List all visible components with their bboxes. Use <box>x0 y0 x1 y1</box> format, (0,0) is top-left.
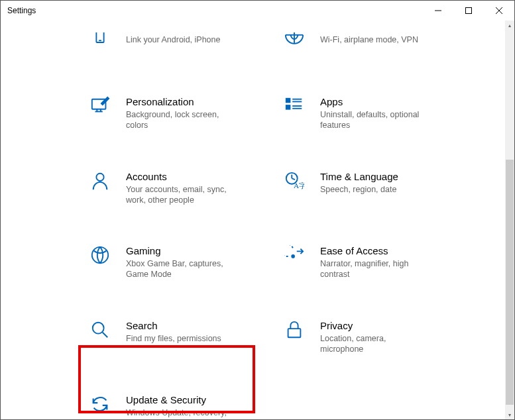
category-title: Gaming <box>126 245 235 256</box>
category-desc: Your accounts, email, sync, work, other … <box>126 184 235 206</box>
svg-line-26 <box>103 332 108 337</box>
category-personalization[interactable]: Personalization Background, lock screen,… <box>90 96 276 131</box>
category-desc: Windows Update, recovery, backup <box>126 407 235 419</box>
category-update-security[interactable]: Update & Security Windows Update, recove… <box>90 394 276 419</box>
svg-rect-12 <box>286 99 290 103</box>
apps-icon <box>284 96 308 120</box>
category-ease-of-access[interactable]: Ease of Access Narrator, magnifier, high… <box>284 245 470 280</box>
category-desc: Background, lock screen, colors <box>126 109 235 131</box>
maximize-button[interactable] <box>453 1 484 20</box>
category-privacy[interactable]: Privacy Location, camera, microphone <box>284 320 470 355</box>
category-apps[interactable]: Apps Uninstall, defaults, optional featu… <box>284 96 470 131</box>
category-title: Update & Security <box>126 394 235 405</box>
window-controls <box>423 1 514 20</box>
svg-line-21 <box>292 178 295 180</box>
svg-rect-1 <box>466 7 472 13</box>
category-desc: Uninstall, defaults, optional features <box>320 109 429 131</box>
update-icon <box>90 394 114 418</box>
category-title: Time & Language <box>320 171 398 182</box>
svg-text:A字: A字 <box>294 182 304 189</box>
minimize-icon <box>435 7 441 14</box>
category-desc: Link your Android, iPhone <box>126 34 220 45</box>
personalization-icon <box>90 96 114 120</box>
svg-point-25 <box>93 322 104 333</box>
category-network[interactable]: Wi-Fi, airplane mode, VPN <box>284 32 470 56</box>
svg-point-24 <box>292 255 294 258</box>
category-title: Accounts <box>126 171 235 182</box>
content-area: Link your Android, iPhone Wi-Fi, airplan… <box>1 21 505 419</box>
minimize-button[interactable] <box>423 1 453 20</box>
category-search[interactable]: Search Find my files, permissions <box>90 320 276 355</box>
close-button[interactable] <box>484 1 514 20</box>
category-accounts[interactable]: Accounts Your accounts, email, sync, wor… <box>90 171 276 206</box>
svg-rect-27 <box>288 329 301 337</box>
svg-point-18 <box>96 173 103 180</box>
search-icon <box>90 320 114 344</box>
category-desc: Find my files, permissions <box>126 333 221 344</box>
globe-icon <box>284 32 308 56</box>
gaming-icon <box>90 245 114 269</box>
svg-point-23 <box>92 247 108 263</box>
category-title: Privacy <box>320 320 429 331</box>
phone-icon <box>90 32 114 56</box>
maximize-icon <box>465 7 472 14</box>
titlebar: Settings <box>1 1 514 21</box>
accounts-icon <box>90 171 114 195</box>
category-desc: Narrator, magnifier, high contrast <box>320 258 429 280</box>
category-title: Personalization <box>126 96 235 107</box>
category-time-language[interactable]: A字 Time & Language Speech, region, date <box>284 171 470 206</box>
privacy-icon <box>284 320 308 344</box>
category-desc: Xbox Game Bar, captures, Game Mode <box>126 258 235 280</box>
category-title: Apps <box>320 96 429 107</box>
scrollbar-thumb[interactable] <box>506 160 514 405</box>
category-desc: Wi-Fi, airplane mode, VPN <box>320 34 418 45</box>
close-icon <box>496 7 502 14</box>
svg-rect-15 <box>286 105 290 109</box>
category-desc: Location, camera, microphone <box>320 333 429 355</box>
scrollbar[interactable]: ▴ ▾ <box>505 21 514 419</box>
category-desc: Speech, region, date <box>320 184 398 195</box>
category-title: Search <box>126 320 221 331</box>
ease-of-access-icon <box>284 245 308 269</box>
category-gaming[interactable]: Gaming Xbox Game Bar, captures, Game Mod… <box>90 245 276 280</box>
category-phone[interactable]: Link your Android, iPhone <box>90 32 276 56</box>
time-language-icon: A字 <box>284 171 308 195</box>
category-title: Ease of Access <box>320 245 429 256</box>
scroll-up-arrow[interactable]: ▴ <box>505 21 514 30</box>
settings-grid: Link your Android, iPhone Wi-Fi, airplan… <box>1 21 505 419</box>
window-title: Settings <box>7 6 423 15</box>
scroll-down-arrow[interactable]: ▾ <box>505 410 514 419</box>
